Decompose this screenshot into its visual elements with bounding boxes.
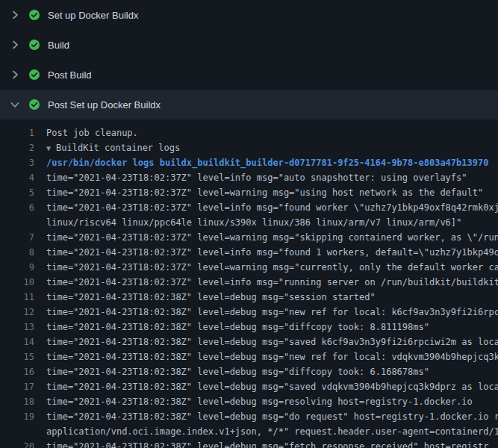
line-number[interactable]: 8	[0, 245, 34, 260]
log-line: application/vnd.oci.image.index.v1+json,…	[0, 424, 498, 439]
log-line: 14 time="2021-04-23T18:02:38Z" level=deb…	[0, 335, 498, 349]
step-header-build[interactable]: Build	[0, 30, 498, 60]
log-line: linux/riscv64 linux/ppc64le linux/s390x …	[0, 215, 498, 230]
log-container: 1 Post job cleanup. 2 ▼BuildKit containe…	[0, 119, 498, 448]
chevron-down-icon	[9, 99, 21, 111]
log-line: 8 time="2021-04-23T18:02:37Z" level=info…	[0, 245, 498, 260]
log-text: linux/riscv64 linux/ppc64le linux/s390x …	[46, 215, 461, 230]
log-line: 1 Post job cleanup.	[0, 125, 498, 140]
log-line: 10 time="2021-04-23T18:02:37Z" level=inf…	[0, 275, 498, 290]
check-circle-icon	[28, 99, 40, 111]
actions-log-viewer: Set up Docker Buildx Build Post Buil	[0, 0, 498, 448]
log-line: 13 time="2021-04-23T18:02:38Z" level=deb…	[0, 320, 498, 335]
line-number	[0, 215, 34, 230]
command-log-text: /usr/bin/docker logs buildx_buildkit_bui…	[46, 155, 488, 170]
step-label: Post Build	[48, 69, 92, 81]
check-circle-icon	[28, 39, 40, 51]
line-number[interactable]: 2	[0, 140, 34, 155]
line-number[interactable]: 20	[0, 439, 34, 448]
triangle-down-icon[interactable]: ▼	[46, 141, 51, 156]
log-line: 17 time="2021-04-23T18:02:38Z" level=deb…	[0, 379, 498, 394]
step-header-set-up-docker-buildx[interactable]: Set up Docker Buildx	[0, 0, 498, 30]
log-text: time="2021-04-23T18:02:38Z" level=debug …	[46, 305, 498, 320]
log-line: 16 time="2021-04-23T18:02:38Z" level=deb…	[0, 364, 498, 379]
line-number[interactable]: 4	[0, 170, 34, 185]
log-line: 9 time="2021-04-23T18:02:37Z" level=warn…	[0, 260, 498, 275]
line-number[interactable]: 6	[0, 200, 34, 215]
step-label: Build	[48, 40, 69, 51]
log-text: time="2021-04-23T18:02:38Z" level=debug …	[46, 290, 376, 305]
chevron-right-icon	[9, 69, 21, 81]
log-line: 15 time="2021-04-23T18:02:38Z" level=deb…	[0, 349, 498, 364]
log-text: time="2021-04-23T18:02:38Z" level=debug …	[46, 379, 498, 394]
line-number[interactable]: 10	[0, 275, 34, 290]
log-text: time="2021-04-23T18:02:38Z" level=debug …	[46, 409, 498, 424]
log-line: 11 time="2021-04-23T18:02:38Z" level=deb…	[0, 290, 498, 305]
log-line: 18 time="2021-04-23T18:02:38Z" level=deb…	[0, 394, 498, 409]
log-line: 3 /usr/bin/docker logs buildx_buildkit_b…	[0, 155, 498, 170]
log-line: 19 time="2021-04-23T18:02:38Z" level=deb…	[0, 409, 498, 424]
line-number[interactable]: 5	[0, 185, 34, 200]
check-circle-icon	[28, 9, 40, 21]
log-line: 2 ▼BuildKit container logs	[0, 140, 498, 155]
log-text: ▼BuildKit container logs	[46, 140, 180, 155]
chevron-right-icon	[9, 9, 21, 21]
step-label: Set up Docker Buildx	[48, 10, 138, 21]
line-number[interactable]: 15	[0, 349, 34, 364]
chevron-right-icon	[9, 39, 21, 51]
log-line: 20 time="2021-04-23T18:02:38Z" level=deb…	[0, 439, 498, 448]
line-number[interactable]: 14	[0, 335, 34, 349]
log-text: time="2021-04-23T18:02:37Z" level=warnin…	[46, 230, 498, 245]
line-number	[0, 424, 34, 439]
log-line: 7 time="2021-04-23T18:02:37Z" level=warn…	[0, 230, 498, 245]
log-text: time="2021-04-23T18:02:38Z" level=debug …	[46, 349, 498, 364]
line-number[interactable]: 1	[0, 125, 34, 140]
check-circle-icon	[28, 69, 40, 81]
log-line: 6 time="2021-04-23T18:02:37Z" level=info…	[0, 200, 498, 215]
line-number[interactable]: 17	[0, 379, 34, 394]
log-text: time="2021-04-23T18:02:37Z" level=info m…	[46, 245, 498, 260]
log-line: 4 time="2021-04-23T18:02:37Z" level=info…	[0, 170, 498, 185]
line-number[interactable]: 12	[0, 305, 34, 320]
log-text: time="2021-04-23T18:02:37Z" level=info m…	[46, 170, 467, 185]
step-header-post-set-up-docker-buildx[interactable]: Post Set up Docker Buildx	[0, 90, 498, 119]
log-text: Post job cleanup.	[46, 125, 138, 140]
line-number[interactable]: 18	[0, 394, 34, 409]
group-label: BuildKit container logs	[56, 143, 180, 153]
log-text: time="2021-04-23T18:02:37Z" level=warnin…	[46, 260, 498, 275]
log-text: time="2021-04-23T18:02:37Z" level=info m…	[46, 275, 498, 290]
log-text: application/vnd.oci.image.index.v1+json,…	[46, 424, 498, 439]
log-text: time="2021-04-23T18:02:37Z" level=info m…	[46, 200, 498, 215]
log-text: time="2021-04-23T18:02:38Z" level=debug …	[46, 320, 429, 335]
step-header-post-build[interactable]: Post Build	[0, 60, 498, 90]
log-text: time="2021-04-23T18:02:38Z" level=debug …	[46, 335, 498, 349]
step-label: Post Set up Docker Buildx	[48, 99, 161, 111]
line-number[interactable]: 19	[0, 409, 34, 424]
log-text: time="2021-04-23T18:02:37Z" level=warnin…	[46, 185, 483, 200]
line-number[interactable]: 16	[0, 364, 34, 379]
step-list: Set up Docker Buildx Build Post Buil	[0, 0, 498, 119]
line-number[interactable]: 9	[0, 260, 34, 275]
log-text: time="2021-04-23T18:02:38Z" level=debug …	[46, 364, 429, 379]
log-line: 12 time="2021-04-23T18:02:38Z" level=deb…	[0, 305, 498, 320]
line-number[interactable]: 13	[0, 320, 34, 335]
log-text: time="2021-04-23T18:02:38Z" level=debug …	[46, 439, 488, 448]
line-number[interactable]: 7	[0, 230, 34, 245]
line-number[interactable]: 11	[0, 290, 34, 305]
log-line: 5 time="2021-04-23T18:02:37Z" level=warn…	[0, 185, 498, 200]
log-text: time="2021-04-23T18:02:38Z" level=debug …	[46, 394, 473, 409]
line-number[interactable]: 3	[0, 155, 34, 170]
